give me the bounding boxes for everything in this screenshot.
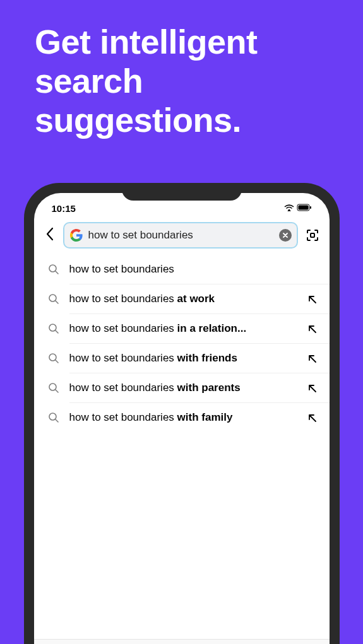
clear-search-button[interactable] bbox=[279, 229, 292, 242]
insert-arrow-icon[interactable] bbox=[307, 353, 318, 364]
svg-point-6 bbox=[49, 295, 56, 302]
suggestion-item[interactable]: how to set boundaries bbox=[34, 255, 330, 284]
battery-icon bbox=[297, 203, 312, 213]
search-suggestions-list: how to set boundarieshow to set boundari… bbox=[34, 255, 330, 639]
svg-point-10 bbox=[49, 413, 56, 420]
google-logo-icon bbox=[69, 228, 83, 242]
shortcut-bar: a b W bbox=[34, 639, 330, 644]
suggestion-item[interactable]: how to set boundaries with parents bbox=[69, 373, 330, 402]
magnifier-icon bbox=[48, 412, 59, 423]
svg-point-7 bbox=[49, 324, 56, 331]
magnifier-icon bbox=[48, 293, 59, 305]
svg-rect-3 bbox=[310, 206, 311, 209]
svg-rect-2 bbox=[298, 206, 308, 210]
insert-arrow-icon[interactable] bbox=[307, 323, 318, 334]
suggestion-text: how to set boundaries at work bbox=[69, 293, 297, 305]
magnifier-icon bbox=[48, 323, 59, 334]
suggestion-item[interactable]: how to set boundaries with friends bbox=[69, 343, 330, 373]
suggestion-item[interactable]: how to set boundaries with family bbox=[69, 402, 330, 432]
suggestion-item[interactable]: how to set boundaries at work bbox=[69, 284, 330, 313]
suggestion-text: how to set boundaries in a relation... bbox=[69, 322, 297, 335]
search-input[interactable]: how to set boundaries bbox=[63, 222, 298, 249]
browser-toolbar: how to set boundaries bbox=[34, 218, 330, 255]
phone-screen: 10:15 how to set boundaries bbox=[34, 193, 330, 644]
svg-point-9 bbox=[49, 383, 56, 390]
marketing-headline: Get intelligent search suggestions. bbox=[0, 0, 363, 139]
search-query-text: how to set boundaries bbox=[88, 229, 274, 242]
status-time: 10:15 bbox=[52, 203, 76, 214]
magnifier-icon bbox=[48, 264, 59, 275]
suggestion-text: how to set boundaries with family bbox=[69, 411, 297, 424]
insert-arrow-icon[interactable] bbox=[307, 382, 318, 394]
phone-frame: 10:15 how to set boundaries bbox=[24, 183, 340, 644]
wifi-icon bbox=[284, 203, 294, 213]
magnifier-icon bbox=[48, 382, 59, 394]
magnifier-icon bbox=[48, 353, 59, 364]
insert-arrow-icon[interactable] bbox=[307, 412, 318, 423]
suggestion-text: how to set boundaries bbox=[69, 263, 318, 276]
back-button[interactable] bbox=[43, 226, 57, 245]
svg-point-0 bbox=[288, 209, 290, 211]
qr-scan-button[interactable] bbox=[304, 227, 321, 243]
suggestion-item[interactable]: how to set boundaries in a relation... bbox=[69, 313, 330, 343]
suggestion-text: how to set boundaries with parents bbox=[69, 382, 297, 394]
svg-point-5 bbox=[49, 265, 56, 272]
insert-arrow-icon[interactable] bbox=[307, 293, 318, 305]
suggestion-text: how to set boundaries with friends bbox=[69, 352, 297, 365]
svg-rect-4 bbox=[311, 233, 314, 237]
status-icons bbox=[284, 203, 312, 213]
phone-notch bbox=[122, 183, 242, 201]
svg-point-8 bbox=[49, 354, 56, 361]
